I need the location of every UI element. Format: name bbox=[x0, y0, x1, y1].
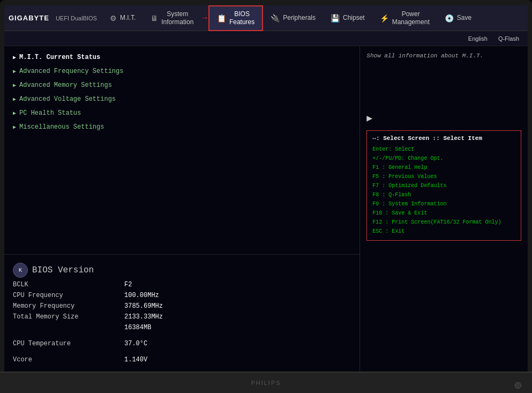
shortcut-f1: F1 : General Help bbox=[372, 163, 515, 172]
menu-label-0: M.I.T. Current Status bbox=[19, 54, 100, 61]
save-icon: 💿 bbox=[445, 14, 454, 23]
total-mem-label: Total Memory Size bbox=[13, 313, 120, 321]
info-row-cpu-freq: CPU Frequency 100.00MHz bbox=[13, 290, 351, 301]
tab-mit[interactable]: ⚙ M.I.T. bbox=[102, 5, 143, 31]
tab-save[interactable]: 💿 Save bbox=[437, 5, 479, 31]
mem-size-mb: 16384MB bbox=[124, 324, 151, 331]
bclk-value: F2 bbox=[124, 281, 132, 288]
tab-power-label: PowerManagement bbox=[392, 10, 430, 26]
tab-save-label: Save bbox=[457, 14, 471, 21]
menu-item-advanced-voltage[interactable]: ▶ Advanced Voltage Settings bbox=[4, 92, 359, 106]
bclk-label: BCLK bbox=[13, 281, 120, 288]
menu-item-advanced-frequency[interactable]: ▶ Advanced Frequency Settings bbox=[4, 64, 359, 78]
logo-area: GIGABYTE UEFI DualBIOS bbox=[9, 14, 97, 22]
monitor-bottom-bar: PHILIPS bbox=[0, 372, 532, 393]
vcore-label: Vcore bbox=[13, 356, 120, 364]
menu-label-4: PC Health Status bbox=[19, 109, 81, 117]
qflash-button[interactable]: Q-Flash bbox=[498, 35, 519, 42]
peripherals-icon: 🔌 bbox=[271, 14, 280, 23]
help-text: Show all information about M.I.T. bbox=[366, 51, 521, 61]
menu-item-miscellaneous[interactable]: ▶ Miscellaneous Settings bbox=[4, 120, 359, 134]
right-panel: Show all information about M.I.T. ▶ ↔: S… bbox=[360, 46, 528, 372]
uefi-label: UEFI DualBIOS bbox=[56, 15, 97, 21]
shortcut-f10: F10 : Save & Exit bbox=[372, 209, 515, 218]
tab-system-information[interactable]: 🖥 SystemInformation bbox=[143, 5, 201, 31]
screen-bezel: GIGABYTE UEFI DualBIOS ⚙ M.I.T. 🖥 System… bbox=[0, 0, 532, 393]
bios-version-row: K BIOS Version bbox=[13, 261, 351, 279]
menu-label-5: Miscellaneous Settings bbox=[19, 123, 104, 131]
shortcut-change-opt: +/-/PU/PD: Change Opt. bbox=[372, 154, 515, 163]
info-row-vcore: Vcore 1.140V bbox=[13, 354, 351, 365]
info-row-total-mem: Total Memory Size 2133.33MHz bbox=[13, 312, 351, 322]
arrow-icon-3: ▶ bbox=[13, 96, 16, 102]
arrow-icon-0: ▶ bbox=[13, 54, 16, 61]
tab-power-management[interactable]: ⚡ PowerManagement bbox=[372, 5, 437, 31]
tab-bios-label: BIOSFeatures bbox=[229, 10, 254, 26]
left-panel: ▶ M.I.T. Current Status ▶ Advanced Frequ… bbox=[4, 46, 360, 372]
system-icon: 🖥 bbox=[151, 14, 158, 23]
tab-peripherals-label: Peripherals bbox=[283, 14, 316, 21]
tab-chipset[interactable]: 💾 Chipset bbox=[323, 5, 372, 31]
power-icon: ⚡ bbox=[380, 14, 389, 23]
cpu-temp-label: CPU Temperature bbox=[13, 340, 120, 347]
arrow-icon-4: ▶ bbox=[13, 110, 16, 116]
bios-badge-text: K bbox=[19, 268, 22, 273]
shortcut-esc: ESC : Exit bbox=[372, 227, 515, 236]
chipset-icon: 💾 bbox=[331, 14, 340, 23]
menu-item-mit-current-status[interactable]: ▶ M.I.T. Current Status bbox=[4, 50, 359, 64]
menu-label-2: Advanced Memory Settings bbox=[19, 81, 112, 89]
shortcut-f9: F9 : System Information bbox=[372, 199, 515, 209]
menu-label-1: Advanced Frequency Settings bbox=[19, 68, 123, 75]
monitor-power-button[interactable] bbox=[515, 382, 521, 389]
bios-icon: 📋 bbox=[217, 14, 226, 23]
tab-system-label: SystemInformation bbox=[161, 10, 193, 26]
arrow-icon-1: ▶ bbox=[13, 68, 16, 75]
tab-peripherals[interactable]: 🔌 Peripherals bbox=[263, 5, 323, 31]
menu-list: ▶ M.I.T. Current Status ▶ Advanced Frequ… bbox=[4, 46, 359, 254]
shortcut-f8: F8 : Q-Flash bbox=[372, 190, 515, 199]
info-row-mem-size-value: 16384MB bbox=[13, 322, 351, 333]
mit-icon: ⚙ bbox=[110, 14, 117, 23]
bios-container: GIGABYTE UEFI DualBIOS ⚙ M.I.T. 🖥 System… bbox=[4, 5, 528, 372]
cpu-freq-label: CPU Frequency bbox=[13, 292, 120, 299]
menu-label-3: Advanced Voltage Settings bbox=[19, 95, 116, 103]
gigabyte-logo: GIGABYTE bbox=[9, 14, 49, 22]
shortcuts-box: ↔: Select Screen ↕: Select Item Enter: S… bbox=[366, 130, 521, 241]
nav-arrow: → bbox=[201, 5, 208, 31]
info-row-cpu-temp: CPU Temperature 37.0°C bbox=[13, 338, 351, 349]
nav-tabs: ⚙ M.I.T. 🖥 SystemInformation → 📋 BIOSFea… bbox=[102, 5, 523, 31]
tab-mit-label: M.I.T. bbox=[120, 14, 136, 21]
cpu-freq-value: 100.00MHz bbox=[124, 292, 159, 299]
main-content: ▶ M.I.T. Current Status ▶ Advanced Frequ… bbox=[4, 46, 528, 372]
shortcut-enter: Enter: Select bbox=[372, 145, 515, 154]
arrow-icon-2: ▶ bbox=[13, 82, 16, 88]
mem-freq-value: 3785.69MHz bbox=[124, 302, 163, 310]
info-row-mem-freq: Memory Frequency 3785.69MHz bbox=[13, 301, 351, 312]
shortcut-f12: F12 : Print Screen(FAT16/32 Format Only) bbox=[372, 218, 515, 227]
bios-version-badge: K bbox=[13, 263, 28, 278]
shortcut-select-screen: ↔: Select Screen ↕: Select Item bbox=[372, 135, 515, 142]
info-row-bclk: BCLK F2 bbox=[13, 279, 351, 290]
arrow-icon-5: ▶ bbox=[13, 124, 16, 130]
cpu-temp-value: 37.0°C bbox=[124, 340, 147, 347]
shortcut-f5: F5 : Previous Values bbox=[372, 172, 515, 181]
mem-freq-label: Memory Frequency bbox=[13, 302, 120, 310]
header-bar: GIGABYTE UEFI DualBIOS ⚙ M.I.T. 🖥 System… bbox=[4, 5, 528, 31]
vcore-value: 1.140V bbox=[124, 356, 147, 364]
language-selector[interactable]: English bbox=[468, 35, 488, 42]
tab-chipset-label: Chipset bbox=[343, 14, 365, 21]
sub-header: English Q-Flash bbox=[4, 31, 528, 46]
monitor-brand: PHILIPS bbox=[251, 380, 281, 386]
cursor-arrow: ▶ bbox=[366, 112, 521, 124]
tab-bios-features[interactable]: 📋 BIOSFeatures bbox=[208, 5, 263, 31]
info-section: K BIOS Version BCLK F2 CPU Frequency 100… bbox=[4, 254, 359, 372]
spacer2 bbox=[13, 349, 351, 354]
shortcut-f7: F7 : Optimized Defaults bbox=[372, 181, 515, 190]
menu-item-pc-health[interactable]: ▶ PC Health Status bbox=[4, 106, 359, 120]
total-mem-value: 2133.33MHz bbox=[124, 313, 163, 321]
menu-item-advanced-memory[interactable]: ▶ Advanced Memory Settings bbox=[4, 78, 359, 92]
spacer bbox=[13, 333, 351, 338]
bios-version-label: BIOS Version bbox=[32, 265, 139, 275]
